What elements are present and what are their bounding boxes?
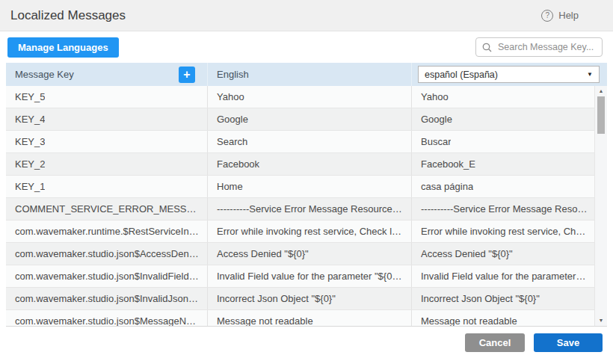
spanish-cell: Error while invoking rest service, Check…	[411, 220, 607, 242]
cancel-button[interactable]: Cancel	[465, 333, 525, 352]
add-message-key-button[interactable]: +	[179, 67, 195, 83]
message-key-cell: KEY_4	[6, 108, 207, 130]
search-box	[475, 37, 603, 57]
column-header-message-key: Message Key +	[6, 63, 207, 86]
scrollbar-thumb[interactable]	[597, 96, 605, 134]
message-key-cell: com.wavemaker.studio.json$InvalidFieldV.…	[6, 265, 207, 287]
table-row[interactable]: KEY_5 Yahoo Yahoo	[6, 86, 607, 108]
english-cell: Access Denied "${0}"	[207, 243, 411, 265]
spanish-cell: casa página	[411, 176, 607, 197]
message-key-cell: KEY_2	[6, 153, 207, 175]
column-header-english: English	[207, 63, 411, 86]
english-cell: Invalid Field value for the parameter "$…	[207, 265, 411, 287]
spanish-cell: Facebook_E	[411, 153, 607, 175]
message-key-cell: com.wavemaker.runtime.$RestServiceInv...	[6, 220, 207, 242]
english-cell: Message not readable	[207, 310, 411, 327]
spanish-cell: Buscar	[411, 131, 607, 152]
message-key-cell: KEY_5	[6, 86, 207, 108]
english-cell: Google	[207, 108, 411, 130]
help-icon: ?	[541, 10, 553, 22]
title-bar: Localized Messages ? Help	[0, 0, 613, 31]
table-row[interactable]: COMMENT_SERVICE_ERROR_MESSAGES ---------…	[6, 198, 607, 220]
footer: Cancel Save	[0, 327, 613, 364]
message-key-cell: KEY_1	[6, 176, 207, 197]
spanish-cell: ----------Service Error Message Resource…	[411, 198, 607, 220]
chevron-down-icon: ▼	[587, 71, 593, 78]
grid-body: KEY_5 Yahoo Yahoo KEY_4 Google Google KE…	[6, 86, 607, 327]
table-row[interactable]: KEY_3 Search Buscar	[6, 131, 607, 153]
language-select[interactable]: español (España) ▼	[418, 66, 600, 83]
language-select-value: español (España)	[425, 70, 498, 80]
save-button[interactable]: Save	[534, 333, 603, 352]
help-link[interactable]: ? Help	[541, 10, 579, 22]
english-cell: Yahoo	[207, 86, 411, 108]
spanish-cell: Incorrect Json Object "${0}"	[411, 288, 607, 309]
spanish-cell: Yahoo	[411, 86, 607, 108]
english-cell: Facebook	[207, 153, 411, 175]
table-row[interactable]: KEY_1 Home casa página	[6, 176, 607, 198]
table-row[interactable]: KEY_2 Facebook Facebook_E	[6, 153, 607, 176]
grid-rows: KEY_5 Yahoo Yahoo KEY_4 Google Google KE…	[6, 86, 607, 327]
column-header-message-key-label: Message Key	[15, 69, 74, 80]
message-key-cell: com.wavemaker.studio.json$AccessDenied	[6, 243, 207, 265]
spanish-cell: Invalid Field value for the parameter "$…	[411, 265, 607, 287]
toolbar: Manage Languages	[0, 31, 613, 63]
messages-grid: Message Key + English español (España) ▼…	[6, 63, 607, 327]
english-cell: Search	[207, 131, 411, 152]
message-key-cell: com.wavemaker.studio.json$InvalidJsonO..…	[6, 288, 207, 309]
spanish-cell: Access Denied "${0}"	[411, 243, 607, 265]
message-key-cell: COMMENT_SERVICE_ERROR_MESSAGES	[6, 198, 207, 220]
scroll-up-icon[interactable]: ▲	[595, 86, 607, 96]
search-icon	[482, 43, 492, 52]
column-header-language: español (España) ▼	[411, 63, 607, 86]
message-key-cell: KEY_3	[6, 131, 207, 152]
spanish-cell: Message not readable	[411, 310, 607, 327]
english-cell: Error while invoking rest service, Check…	[207, 220, 411, 242]
table-row[interactable]: KEY_4 Google Google	[6, 108, 607, 131]
english-cell: ----------Service Error Message Resource…	[207, 198, 411, 220]
help-label: Help	[558, 10, 579, 21]
table-row[interactable]: com.wavemaker.studio.json$InvalidJsonO..…	[6, 288, 607, 310]
scroll-down-icon[interactable]: ▼	[595, 315, 607, 326]
message-key-cell: com.wavemaker.studio.json$MessageNot...	[6, 310, 207, 327]
table-row[interactable]: com.wavemaker.studio.json$InvalidFieldV.…	[6, 265, 607, 288]
table-row[interactable]: com.wavemaker.runtime.$RestServiceInv...…	[6, 220, 607, 243]
grid-header: Message Key + English español (España) ▼	[6, 63, 607, 86]
vertical-scrollbar[interactable]: ▲ ▼	[594, 86, 607, 326]
table-row[interactable]: com.wavemaker.studio.json$AccessDenied A…	[6, 243, 607, 265]
table-row[interactable]: com.wavemaker.studio.json$MessageNot... …	[6, 310, 607, 327]
page-title: Localized Messages	[10, 8, 126, 23]
manage-languages-button[interactable]: Manage Languages	[7, 37, 119, 58]
column-header-english-label: English	[217, 69, 249, 80]
english-cell: Home	[207, 176, 411, 197]
spanish-cell: Google	[411, 108, 607, 130]
english-cell: Incorrect Json Object "${0}"	[207, 288, 411, 309]
search-input[interactable]	[496, 41, 596, 53]
